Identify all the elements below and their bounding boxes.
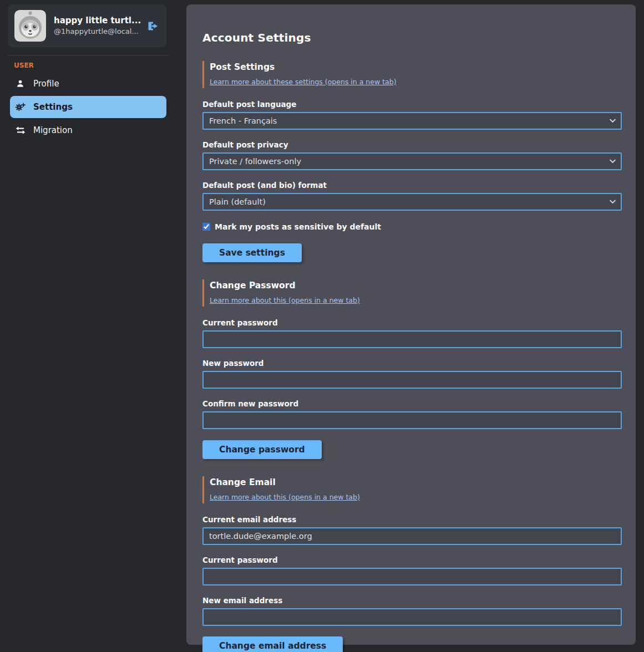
- page-title: Account Settings: [202, 31, 622, 44]
- post-settings-learn-more-link[interactable]: Learn more about these settings (opens i…: [210, 78, 397, 86]
- new-email-label: New email address: [202, 596, 622, 605]
- change-email-section: Change Email Learn more about this (open…: [202, 476, 622, 652]
- confirm-new-password-input[interactable]: [202, 411, 622, 429]
- user-icon: [15, 79, 26, 89]
- current-email-label: Current email address: [202, 515, 622, 524]
- mark-sensitive-row: Mark my posts as sensitive by default: [202, 222, 622, 231]
- sidebar-item-label: Migration: [33, 125, 73, 135]
- default-post-privacy-group: Default post privacy Private / followers…: [202, 140, 622, 170]
- gears-icon: [15, 102, 26, 112]
- default-post-privacy-select[interactable]: Private / followers-only: [202, 152, 622, 170]
- mark-sensitive-label[interactable]: Mark my posts as sensitive by default: [215, 222, 381, 231]
- confirm-new-password-group: Confirm new password: [202, 399, 622, 429]
- post-settings-header: Post Settings Learn more about these set…: [202, 61, 622, 88]
- current-password-label: Current password: [202, 318, 622, 327]
- default-post-format-group: Default post (and bio) format Plain (def…: [202, 181, 622, 211]
- user-display-name: happy little turtl...: [54, 15, 138, 26]
- logout-button[interactable]: [146, 19, 160, 33]
- new-email-input[interactable]: [202, 608, 622, 626]
- change-password-button[interactable]: Change password: [202, 440, 322, 459]
- change-password-section: Change Password Learn more about this (o…: [202, 279, 622, 476]
- change-password-header: Change Password Learn more about this (o…: [202, 279, 622, 307]
- user-card[interactable]: happy little turtl... @1happyturtle@loca…: [8, 4, 166, 47]
- new-email-group: New email address: [202, 596, 622, 626]
- default-post-language-select[interactable]: French - Français: [202, 112, 622, 130]
- default-post-format-label: Default post (and bio) format: [202, 181, 622, 190]
- change-email-button[interactable]: Change email address: [202, 636, 343, 652]
- new-password-label: New password: [202, 359, 622, 368]
- current-email-group: Current email address: [202, 515, 622, 545]
- email-current-password-input[interactable]: [202, 568, 622, 585]
- sidebar-item-settings[interactable]: Settings: [10, 96, 166, 118]
- avatar: [14, 10, 46, 42]
- current-password-input[interactable]: [202, 330, 622, 348]
- default-post-language-group: Default post language French - Français: [202, 100, 622, 130]
- default-post-privacy-label: Default post privacy: [202, 140, 622, 149]
- current-email-input[interactable]: [202, 527, 622, 545]
- change-email-heading: Change Email: [210, 477, 622, 487]
- sidebar-item-label: Settings: [33, 102, 73, 112]
- sidebar-divider: [8, 55, 169, 55]
- confirm-new-password-label: Confirm new password: [202, 399, 622, 408]
- post-settings-section: Post Settings Learn more about these set…: [202, 61, 622, 279]
- sidebar-nav: Profile: [0, 74, 176, 140]
- sidebar: happy little turtl... @1happyturtle@loca…: [0, 0, 176, 142]
- sidebar-section-label: USER: [14, 62, 176, 69]
- change-password-learn-more-link[interactable]: Learn more about this (opens in a new ta…: [210, 296, 360, 304]
- user-meta: happy little turtl... @1happyturtle@loca…: [54, 15, 138, 36]
- email-current-password-group: Current password: [202, 556, 622, 585]
- mark-sensitive-checkbox[interactable]: [202, 223, 210, 231]
- sidebar-item-profile[interactable]: Profile: [10, 74, 166, 93]
- email-current-password-label: Current password: [202, 556, 622, 564]
- default-post-language-label: Default post language: [202, 100, 622, 109]
- save-settings-button[interactable]: Save settings: [202, 243, 302, 262]
- new-password-group: New password: [202, 359, 622, 389]
- post-settings-heading: Post Settings: [210, 62, 622, 72]
- user-handle: @1happyturtle@local...: [54, 27, 138, 37]
- change-password-heading: Change Password: [210, 281, 622, 291]
- new-password-input[interactable]: [202, 371, 622, 389]
- current-password-group: Current password: [202, 318, 622, 348]
- sidebar-item-migration[interactable]: Migration: [10, 121, 166, 140]
- default-post-format-select[interactable]: Plain (default): [202, 193, 622, 211]
- sloth-avatar-icon: [14, 10, 46, 42]
- account-settings-panel: Account Settings Post Settings Learn mor…: [186, 4, 636, 645]
- change-email-learn-more-link[interactable]: Learn more about this (opens in a new ta…: [210, 493, 360, 501]
- sign-out-icon: [146, 19, 160, 33]
- change-email-header: Change Email Learn more about this (open…: [202, 476, 622, 503]
- sidebar-item-label: Profile: [33, 79, 59, 89]
- exchange-arrows-icon: [15, 125, 26, 135]
